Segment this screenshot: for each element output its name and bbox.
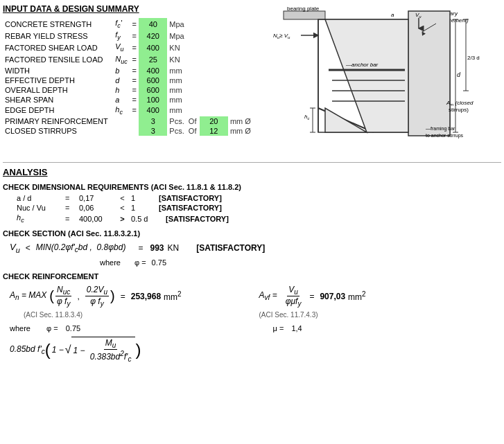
eq-stirrups xyxy=(130,126,139,136)
an-formula-block: An = MAX ( Nuc φ fy , 0.2Vu φ fy ) = 253… xyxy=(3,285,245,364)
eq-edgedepth: = xyxy=(130,105,139,116)
symbol-primreinf xyxy=(113,116,130,126)
svg-rect-0 xyxy=(284,11,325,19)
label-overdepth: OVERALL DEPTH xyxy=(3,85,113,95)
structural-diagram: bearing plate As (primary reinforcement)… xyxy=(263,4,498,151)
dim-lim-2: 1 xyxy=(131,204,152,212)
section-lt: < xyxy=(26,243,31,253)
label-shearspan: SHEAR SPAN xyxy=(3,95,113,105)
svg-text:—framing bar: —framing bar xyxy=(426,126,455,132)
dim-check-row-1: a / d = 0,17 < 1 [SATISFACTORY] xyxy=(3,194,501,202)
reinf-where-row: where φ = 0.75 xyxy=(3,324,245,332)
svg-marker-10 xyxy=(325,19,408,132)
pcs-primreinf: Pcs. Of xyxy=(167,116,199,126)
symbol-rebar: fy xyxy=(113,30,130,42)
mu-value: 1,4 xyxy=(291,324,302,332)
avf-formula-block: Avf = Vu φμfy = 907,03 mm2 (ACI Sec. 11.… xyxy=(245,285,502,332)
svg-text:bearing plate: bearing plate xyxy=(287,6,320,12)
check-section-title: CHECK SECTION (ACI Sec. 11.8.3.2.1) xyxy=(3,229,501,238)
eq-overdepth: = xyxy=(130,85,139,95)
section-eq: = xyxy=(138,243,143,253)
unit-overdepth: mm xyxy=(167,85,199,95)
where-label: where xyxy=(100,258,121,267)
eq-primreinf xyxy=(130,116,139,126)
table-row: CLOSED STIRRUPS 3 Pcs. Of 12 mm Ø xyxy=(3,126,254,136)
value-primreinf-pcs[interactable]: 3 xyxy=(139,116,167,126)
value-tensile[interactable]: 25 xyxy=(139,54,167,66)
eq-rebar: = xyxy=(130,30,139,42)
an-frac2: 0.2Vu φ fy xyxy=(85,285,109,308)
section-vu: Vu xyxy=(10,242,20,254)
symbol-edgedepth: hc xyxy=(113,105,130,116)
eq-shearspan: = xyxy=(130,95,139,105)
value-stirrups-dia[interactable]: 12 xyxy=(200,126,228,136)
dim-eq-2: = xyxy=(65,204,79,212)
value-concrete[interactable]: 40 xyxy=(139,18,167,30)
dim-op-3: > xyxy=(114,215,131,223)
unit-primreinf: mm Ø xyxy=(228,116,254,126)
bottom-formula-row: 0.85bd f'c ( 1 − √ 1 − Mu 0.383bd2f'c ) xyxy=(3,337,245,364)
section-unit: KN xyxy=(167,243,179,253)
sqrt-expr: √ 1 − Mu 0.383bd2f'c xyxy=(65,337,136,364)
reinforcement-section: An = MAX ( Nuc φ fy , 0.2Vu φ fy ) = 253… xyxy=(3,285,501,364)
value-effdepth[interactable]: 600 xyxy=(139,76,167,85)
label-concrete: CONCRETE STRENGTH xyxy=(3,18,113,30)
bottom-paren-right: ) xyxy=(135,340,141,359)
dim-eq-1: = xyxy=(65,194,79,202)
section-result: [SATISFACTORY] xyxy=(196,243,265,253)
an-note: (ACI Sec. 11.8.3.4) xyxy=(3,311,245,319)
value-shear[interactable]: 400 xyxy=(139,42,167,53)
value-edgedepth[interactable]: 400 xyxy=(139,105,167,116)
value-width[interactable]: 400 xyxy=(139,66,167,76)
avf-unit: mm2 xyxy=(348,290,366,302)
value-primreinf-dia[interactable]: 20 xyxy=(200,116,228,126)
label-shear: FACTORED SHEAR LOAD xyxy=(3,42,113,53)
symbol-tensile: Nuc xyxy=(113,54,130,66)
paren-left: ( xyxy=(49,288,54,304)
label-width: WIDTH xyxy=(3,66,113,76)
an-value: 253,968 xyxy=(131,292,161,301)
eq-width: = xyxy=(130,66,139,76)
bottom-paren-left: ( xyxy=(45,340,51,359)
svg-text:Nu≥ Vu: Nu≥ Vu xyxy=(273,33,290,39)
value-overdepth[interactable]: 600 xyxy=(139,85,167,95)
value-shearspan[interactable]: 100 xyxy=(139,95,167,105)
sqrt-symbol: √ xyxy=(65,344,71,356)
label-primreinf: PRIMARY REINFORCEMENT xyxy=(3,116,113,126)
unit-stirrups: mm Ø xyxy=(228,126,254,136)
symbol-shearspan: a xyxy=(113,95,130,105)
svg-text:—anchor bar: —anchor bar xyxy=(345,62,379,68)
avf-note: (ACI Sec. 11.7.4.3) xyxy=(259,311,502,319)
dim-check-row-2: Nuc / Vu = 0,06 < 1 [SATISFACTORY] xyxy=(3,204,501,212)
table-row: OVERALL DEPTH h = 600 mm xyxy=(3,85,254,95)
svg-text:hc: hc xyxy=(304,114,309,121)
svg-rect-9 xyxy=(408,11,450,136)
svg-text:d: d xyxy=(457,71,461,78)
value-stirrups-pcs[interactable]: 3 xyxy=(139,126,167,136)
check-reinf-title: CHECK REINFORCEMENT xyxy=(3,272,501,281)
dim-lim-3: 0.5 d xyxy=(131,215,159,223)
unit-effdepth: mm xyxy=(167,76,199,85)
analysis-section: ANALYSIS CHECK DIMENSIONAL REQUIREMENTS … xyxy=(0,155,504,366)
paren-right: ) xyxy=(110,288,115,304)
section-formula: MIN(0.2φf'cbd , 0.8φbd) xyxy=(36,242,126,254)
dim-result-3: [SATISFACTORY] xyxy=(166,215,229,223)
value-rebar[interactable]: 420 xyxy=(139,30,167,42)
svg-text:to anchor stirrups: to anchor stirrups xyxy=(426,133,464,139)
symbol-width: b xyxy=(113,66,130,76)
an-unit: mm2 xyxy=(164,290,182,302)
dim-val-1: 0,17 xyxy=(79,194,114,202)
table-row: SHEAR SPAN a = 100 mm xyxy=(3,95,254,105)
divider xyxy=(3,162,501,163)
table-row: EFFECTIVE DEPTH d = 600 mm xyxy=(3,76,254,85)
unit-shear: KN xyxy=(167,42,199,53)
an-frac1: Nuc φ fy xyxy=(55,285,72,308)
section-title: INPUT DATA & DESIGN SUMMARY xyxy=(3,4,254,14)
symbol-concrete: fc' xyxy=(113,18,130,30)
diagram-panel: bearing plate As (primary reinforcement)… xyxy=(257,0,504,155)
dim-val-3: 400,00 xyxy=(79,215,114,223)
analysis-title: ANALYSIS xyxy=(3,167,501,177)
mu-label: μ = xyxy=(273,324,284,332)
symbol-effdepth: d xyxy=(113,76,130,85)
unit-width: mm xyxy=(167,66,199,76)
